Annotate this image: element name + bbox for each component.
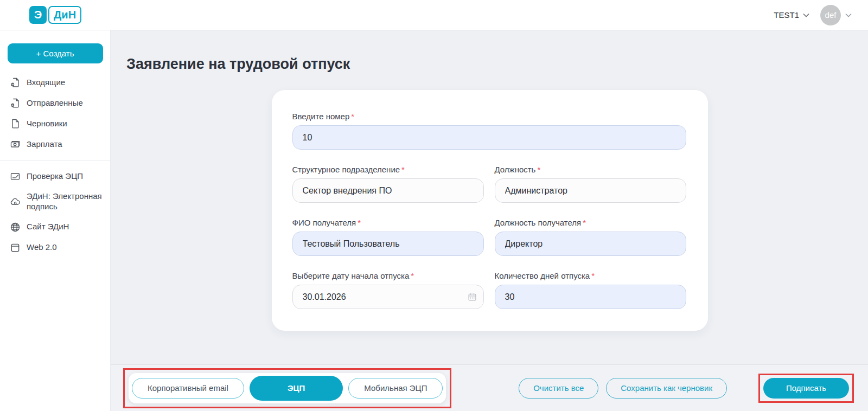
field-label: Должность* bbox=[495, 165, 686, 174]
salary-icon bbox=[10, 139, 21, 150]
signature-check-icon bbox=[10, 171, 21, 182]
page-title: Заявление на трудовой отпуск bbox=[126, 56, 868, 73]
required-asterisk: * bbox=[537, 165, 540, 174]
sidebar-item-label: Проверка ЭЦП bbox=[27, 171, 83, 182]
chevron-down-icon bbox=[845, 13, 852, 17]
field-label: Введите номер* bbox=[292, 112, 686, 121]
logo-part-din: ДиН bbox=[48, 6, 81, 24]
sidebar-item-label: Web 2.0 bbox=[27, 242, 57, 253]
footer-action-bar: Корпоративный email ЭЦП Мобильная ЭЦП Оч… bbox=[111, 364, 868, 411]
header-right-controls: TEST1 def bbox=[774, 5, 868, 25]
field-label: Должность получателя* bbox=[495, 218, 686, 227]
inbox-document-icon bbox=[10, 77, 21, 88]
sidebar-item-label: Отправленные bbox=[27, 98, 83, 108]
required-asterisk: * bbox=[351, 112, 354, 121]
form-row: Структурное подразделение* Должность* bbox=[292, 165, 686, 203]
sidebar-item-label: Входящие bbox=[27, 78, 65, 88]
logo-container: Э ДиН bbox=[0, 6, 111, 24]
department-input[interactable] bbox=[292, 178, 484, 203]
form-row: Выберите дату начала отпуска* Количество… bbox=[292, 271, 686, 309]
sidebar-item-cloud-signature[interactable]: ЭДиН: Электронная подпись bbox=[0, 187, 110, 217]
field-label: Структурное подразделение* bbox=[292, 165, 484, 174]
sidebar: + Создать Входящие Отправленные bbox=[0, 30, 111, 411]
required-asterisk: * bbox=[401, 165, 405, 174]
sidebar-item-label: Сайт ЭДиН bbox=[27, 222, 69, 232]
annotation-box-sign-methods: Корпоративный email ЭЦП Мобильная ЭЦП bbox=[123, 368, 451, 408]
sign-method-email-button[interactable]: Корпоративный email bbox=[132, 378, 244, 399]
number-input[interactable] bbox=[292, 125, 686, 150]
sidebar-item-signature-check[interactable]: Проверка ЭЦП bbox=[0, 166, 110, 187]
browser-icon bbox=[10, 242, 21, 253]
field-start-date: Выберите дату начала отпуска* bbox=[292, 271, 484, 309]
position-input[interactable] bbox=[495, 178, 686, 203]
recipient-position-input[interactable] bbox=[495, 232, 686, 256]
sent-document-icon bbox=[10, 98, 21, 108]
days-count-input[interactable] bbox=[495, 285, 686, 309]
sidebar-divider bbox=[0, 160, 110, 160]
sidebar-item-label: Черновики bbox=[27, 119, 67, 129]
recipient-name-input[interactable] bbox=[292, 232, 484, 256]
chevron-down-icon bbox=[803, 13, 809, 17]
field-label: Количество дней отпуска* bbox=[495, 271, 686, 280]
required-asterisk: * bbox=[583, 218, 586, 227]
field-recipient-name: ФИО получателя* bbox=[292, 218, 484, 256]
logo-part-e: Э bbox=[29, 6, 47, 24]
globe-icon bbox=[10, 222, 21, 233]
field-days-count: Количество дней отпуска* bbox=[495, 271, 686, 309]
sidebar-item-edin-site[interactable]: Сайт ЭДиН bbox=[0, 217, 110, 237]
form-row: Введите номер* bbox=[292, 112, 686, 150]
form-row: ФИО получателя* Должность получателя* bbox=[292, 218, 686, 256]
field-label: ФИО получателя* bbox=[292, 218, 484, 227]
field-recipient-position: Должность получателя* bbox=[495, 218, 686, 256]
cloud-signature-icon bbox=[10, 196, 21, 207]
draft-document-icon bbox=[10, 118, 21, 129]
start-date-input[interactable] bbox=[292, 285, 484, 309]
sidebar-item-sent[interactable]: Отправленные bbox=[0, 93, 110, 113]
top-header: Э ДиН TEST1 def bbox=[0, 0, 868, 30]
sidebar-item-label: ЭДиН: Электронная подпись bbox=[27, 191, 105, 212]
sign-button[interactable]: Подписать bbox=[763, 378, 849, 399]
sign-method-mobile-ecp-button[interactable]: Мобильная ЭЦП bbox=[348, 378, 443, 399]
org-switcher-dropdown[interactable]: TEST1 bbox=[774, 10, 809, 20]
calendar-icon[interactable] bbox=[468, 292, 477, 301]
required-asterisk: * bbox=[591, 271, 595, 280]
sign-method-ecp-button[interactable]: ЭЦП bbox=[250, 376, 343, 401]
save-draft-button[interactable]: Сохранить как черновик bbox=[606, 378, 727, 399]
field-department: Структурное подразделение* bbox=[292, 165, 484, 203]
main-content: Заявление на трудовой отпуск Введите ном… bbox=[111, 30, 868, 364]
sidebar-item-label: Зарплата bbox=[27, 139, 62, 150]
clear-all-button[interactable]: Очистить все bbox=[519, 378, 598, 399]
field-position: Должность* bbox=[495, 165, 686, 203]
vacation-form-card: Введите номер* Структурное подразделение… bbox=[272, 90, 708, 331]
field-label: Выберите дату начала отпуска* bbox=[292, 271, 484, 280]
sidebar-nav-secondary: Проверка ЭЦП ЭДиН: Электронная подпись С… bbox=[0, 166, 110, 258]
avatar: def bbox=[820, 5, 841, 25]
sidebar-item-inbox[interactable]: Входящие bbox=[0, 72, 110, 93]
sidebar-item-salary[interactable]: Зарплата bbox=[0, 134, 110, 155]
required-asterisk: * bbox=[411, 271, 414, 280]
field-number: Введите номер* bbox=[292, 112, 686, 150]
sidebar-item-drafts[interactable]: Черновики bbox=[0, 113, 110, 134]
user-menu[interactable]: def bbox=[820, 5, 852, 25]
sidebar-item-web20[interactable]: Web 2.0 bbox=[0, 237, 110, 258]
sign-method-toggle-group: Корпоративный email ЭЦП Мобильная ЭЦП bbox=[129, 373, 446, 403]
required-asterisk: * bbox=[358, 218, 361, 227]
annotation-box-sign: Подписать bbox=[758, 374, 854, 403]
footer-actions: Очистить все Сохранить как черновик Подп… bbox=[519, 374, 854, 403]
app-root: Э ДиН TEST1 def + Создать bbox=[0, 0, 868, 411]
create-button[interactable]: + Создать bbox=[8, 43, 103, 63]
sidebar-nav-primary: Входящие Отправленные Черновики bbox=[0, 72, 110, 155]
edin-logo[interactable]: Э ДиН bbox=[29, 6, 81, 24]
org-name-label: TEST1 bbox=[774, 10, 799, 20]
